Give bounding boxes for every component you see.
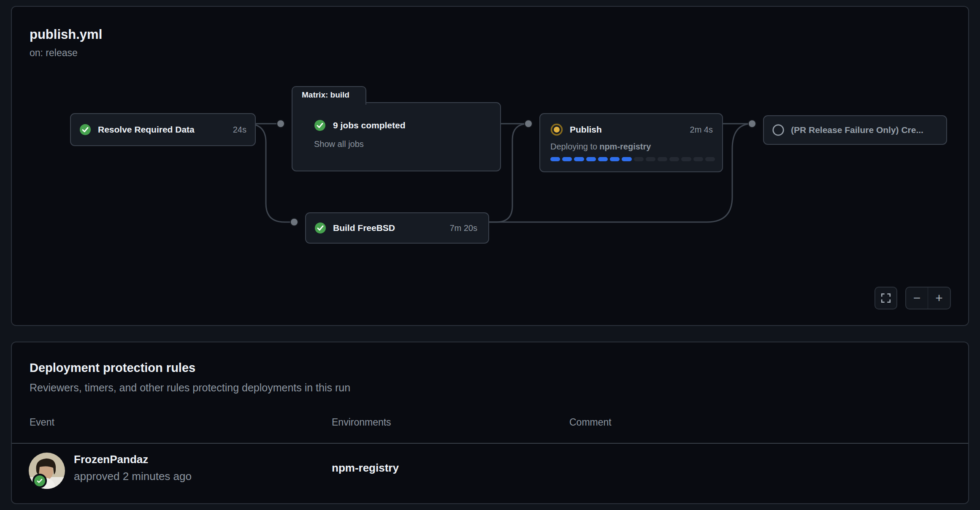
success-check-icon [314, 119, 326, 131]
progress-segment [658, 157, 667, 161]
progress-segment [634, 157, 644, 161]
show-all-jobs-link[interactable]: Show all jobs [314, 139, 490, 149]
job-duration: 2m 4s [690, 125, 713, 135]
job-node-resolve-required-data[interactable]: Resolve Required Data 24s [70, 113, 256, 146]
job-node-build-freebsd[interactable]: Build FreeBSD 7m 20s [305, 212, 489, 244]
zoom-in-button[interactable]: + [928, 288, 950, 309]
matrix-tab: Matrix: build [292, 86, 366, 105]
success-check-icon [79, 124, 91, 136]
job-node-publish[interactable]: Publish 2m 4s Deploying tonpm-registry [539, 113, 723, 172]
deploy-target: npm-registry [599, 142, 651, 151]
progress-segment [598, 157, 608, 161]
workflow-graph-panel: publish.yml on: release Resolve Required… [11, 6, 969, 326]
job-duration: 24s [233, 125, 246, 135]
job-node-pr-release-failure[interactable]: (PR Release Failure Only) Cre... [763, 115, 947, 145]
progress-segment [646, 157, 655, 161]
job-duration: 7m 20s [449, 223, 477, 233]
progress-segment [693, 157, 703, 161]
progress-segment [586, 157, 596, 161]
job-label: Resolve Required Data [98, 125, 195, 135]
job-node-matrix-build[interactable]: 9 jobs completed Show all jobs [292, 102, 501, 171]
progress-segment [574, 157, 584, 161]
job-label: Build FreeBSD [333, 223, 395, 233]
deploy-status-line: Deploying tonpm-registry [550, 142, 713, 152]
column-header-comment: Comment [569, 417, 612, 428]
fullscreen-button[interactable] [874, 287, 897, 309]
in-progress-icon [550, 123, 563, 136]
deployment-rules-panel: Deployment protection rules Reviewers, t… [11, 342, 969, 504]
graph-controls: − + [874, 287, 951, 309]
progress-segment [562, 157, 572, 161]
success-check-icon [314, 222, 326, 234]
zoom-button-group: − + [905, 287, 951, 309]
rules-title: Deployment protection rules [30, 361, 195, 375]
zoom-out-button[interactable]: − [906, 288, 928, 309]
environment-name: npm-registry [332, 461, 399, 475]
progress-segment [705, 157, 715, 161]
column-header-environments: Environments [332, 417, 391, 428]
job-label: Publish [570, 125, 602, 135]
job-label: 9 jobs completed [333, 120, 406, 130]
approver-username[interactable]: FrozenPandaz [74, 453, 148, 466]
deploy-progress [550, 157, 715, 161]
job-label: (PR Release Failure Only) Cre... [791, 125, 923, 135]
column-header-event: Event [30, 417, 54, 428]
matrix-tab-label: Matrix: build [302, 90, 349, 100]
approved-badge-icon [32, 474, 47, 488]
progress-segment [610, 157, 620, 161]
progress-segment [681, 157, 691, 161]
approval-status-text: approved 2 minutes ago [74, 470, 192, 483]
pending-circle-icon [772, 124, 784, 136]
fullscreen-icon [880, 293, 891, 304]
progress-segment [550, 157, 560, 161]
progress-segment [669, 157, 679, 161]
rules-subtitle: Reviewers, timers, and other rules prote… [30, 382, 350, 394]
table-row: FrozenPandaz approved 2 minutes ago npm-… [12, 444, 968, 504]
deploy-prefix: Deploying to [550, 142, 597, 151]
progress-segment [622, 157, 631, 161]
